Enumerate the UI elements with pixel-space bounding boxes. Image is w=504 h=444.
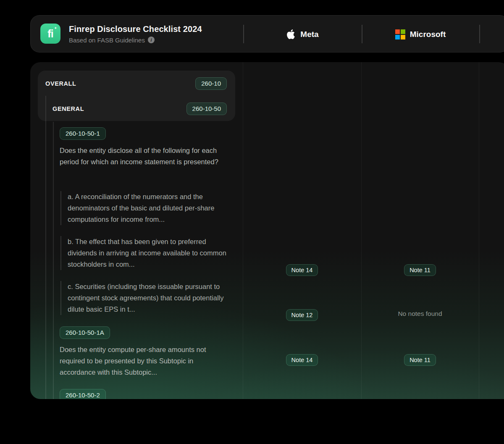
indent-guide-overall [45,96,46,399]
column-divider [479,62,479,399]
company-name-meta: Meta [300,30,318,39]
subsection-label: GENERAL [52,105,84,112]
apple-logo-icon [286,29,296,39]
column-divider [243,62,243,399]
company-name-microsoft: Microsoft [410,30,446,39]
column-divider [361,62,362,399]
note-badge[interactable]: Note 14 [286,354,318,366]
page-title: Finrep Disclosure Checklist 2024 [69,24,202,34]
section-label: OVERALL [45,80,76,87]
meta-note-cell: Note 12 [243,309,361,321]
no-notes-text: No notes found [398,310,442,318]
page-background: fi ✦ Finrep Disclosure Checklist 2024 Ba… [0,0,504,444]
subtitle-text: Based on FASB Guidelines [69,37,145,44]
header-bar: fi ✦ Finrep Disclosure Checklist 2024 Ba… [30,15,504,53]
checklist-panel: OVERALL 260-10 GENERAL 260-10-50 260-10-… [30,62,504,399]
microsoft-note-cell: Note 11 [361,264,479,276]
item-question: Does the entity disclose all of the foll… [60,145,224,168]
item-code-badge[interactable]: 260-10-50-1A [60,326,110,339]
meta-note-cell: Note 14 [243,264,361,276]
note-badge[interactable]: Note 14 [286,264,318,276]
meta-note-cell: Note 14 [243,354,361,366]
header-divider [479,25,480,43]
item-code-badge[interactable]: 260-10-50-2 [60,389,106,399]
section-code-badge[interactable]: 260-10 [195,77,227,90]
note-badge[interactable]: Note 11 [404,264,436,276]
item-question: Does the entity compute per-share amount… [60,344,228,378]
section-row-overall: OVERALL 260-10 [45,76,227,91]
microsoft-note-cell: No notes found [361,310,479,318]
column-header-meta: Meta [243,16,362,53]
column-header-microsoft: Microsoft [362,16,479,53]
section-row-general: GENERAL 260-10-50 [52,102,227,116]
subitem-a: a. A reconciliation of the numerators an… [60,191,227,225]
note-badge[interactable]: Note 11 [404,354,436,366]
microsoft-note-cell: Note 11 [361,354,479,366]
subsection-code-badge[interactable]: 260-10-50 [186,102,227,115]
subitem-c: c. Securities (including those issuable … [60,281,227,315]
app-logo-icon: fi ✦ [40,24,60,44]
info-icon[interactable]: i [148,37,155,43]
section-header-card: OVERALL 260-10 GENERAL 260-10-50 [38,71,235,121]
note-badge[interactable]: Note 12 [286,309,318,321]
subitem-b: b. The effect that has been given to pre… [60,236,227,270]
sparkle-icon: ✦ [54,26,57,30]
page-subtitle: Based on FASB Guidelines i [69,37,202,44]
microsoft-logo-icon [395,29,405,39]
item-code-badge[interactable]: 260-10-50-1 [60,127,106,140]
indent-guide-general [53,122,54,399]
app-identity: fi ✦ Finrep Disclosure Checklist 2024 Ba… [40,24,202,44]
app-logo-text: fi [47,28,53,40]
